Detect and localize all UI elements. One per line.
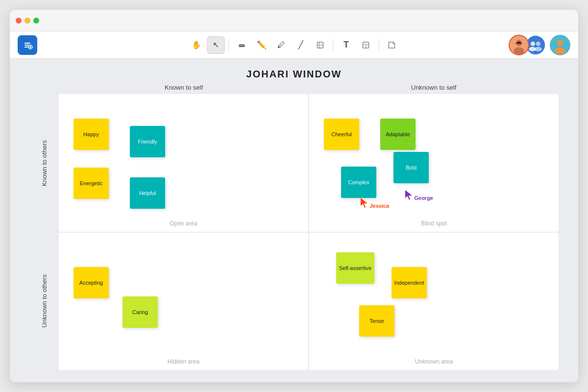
sticky-tense[interactable]: Tense [359,305,394,337]
johari-body: Known to others Unknown to others Happy … [29,94,559,370]
sticky-friendly[interactable]: Friendly [130,126,165,157]
pen-tool[interactable]: ✏️ [253,36,270,54]
row-labels: Known to others Unknown to others [29,94,59,370]
svg-point-19 [557,40,564,46]
svg-point-15 [536,41,540,46]
sticky-happy[interactable]: Happy [74,119,109,150]
quadrant-label-unknown: Unknown area [309,358,559,365]
avatar-george[interactable] [550,35,570,55]
row-label-unknown: Unknown to others [29,232,59,370]
svg-rect-3 [239,46,245,47]
user-avatars [509,35,570,55]
shape-tool[interactable] [312,36,329,54]
text-tool[interactable]: T [338,36,355,54]
app-logo [18,35,37,55]
svg-marker-22 [405,190,412,200]
select-tool[interactable]: ↖ [207,36,225,54]
sticky-accepting[interactable]: Accepting [74,267,109,298]
app-window: ✋ ↖ ✏️ 🖊 ╱ T [10,10,578,382]
toolbar: ✋ ↖ ✏️ 🖊 ╱ T [10,31,578,59]
sticky-cheerful[interactable]: Cheerful [324,119,359,150]
line-tool[interactable]: ╱ [292,36,310,54]
quadrant-hidden: Accepting Caring Hidden area [59,233,308,370]
logo-icon [22,39,33,51]
quadrant-unknown: Self-assertive Independent Tense Unknown… [309,233,559,370]
sticky-energetic[interactable]: Energetic [74,168,109,199]
sticky-self-assertive[interactable]: Self-assertive [336,252,374,284]
col-header-unknown: Unknown to self [309,84,559,91]
page-title: JOHARI WINDOW [29,69,559,80]
eraser-tool[interactable] [233,36,251,54]
minimize-button[interactable] [24,18,30,24]
sticky-caring[interactable]: Caring [122,296,158,328]
johari-grid: Happy Friendly Energetic Helpful Open ar… [59,94,559,370]
column-headers: Known to self Unknown to self [59,84,559,91]
close-button[interactable] [16,18,22,24]
svg-point-14 [531,41,535,46]
separator-3 [379,39,379,51]
traffic-lights [16,18,39,24]
separator-1 [229,39,229,51]
table-tool[interactable] [357,36,375,54]
col-header-known: Known to self [59,84,309,91]
svg-point-17 [535,47,541,51]
sticky-independent[interactable]: Independent [392,267,427,298]
svg-point-20 [555,47,565,54]
quadrant-open: Happy Friendly Energetic Helpful Open ar… [59,94,308,232]
sticky-complex[interactable]: Complex [341,167,376,198]
separator-2 [333,39,334,51]
cursor-jessica: Jessica [361,198,389,210]
titlebar [10,10,578,31]
sticky-helpful[interactable]: Helpful [130,177,165,209]
quadrant-label-open: Open area [59,220,308,227]
row-label-known: Known to others [29,94,59,232]
quadrant-blind: Cheerful Adaptable Complex Bold Jessica … [309,94,559,232]
avatar-jessica[interactable] [509,35,529,55]
cursor-george: George [405,190,433,202]
svg-marker-21 [361,198,368,208]
tool-group: ✋ ↖ ✏️ 🖊 ╱ T [188,36,401,54]
maximize-button[interactable] [33,18,39,24]
svg-point-12 [514,47,524,54]
hand-tool[interactable]: ✋ [188,36,205,54]
sticky-adaptable[interactable]: Adaptable [380,119,416,150]
quadrant-label-blind: Blind spot [309,220,559,227]
johari-container: Known to self Unknown to self Known to o… [29,84,559,370]
sticky-note-tool[interactable] [383,36,401,54]
sticky-bold[interactable]: Bold [393,152,429,183]
quadrant-label-hidden: Hidden area [59,358,308,365]
marker-tool[interactable]: 🖊 [272,36,290,54]
main-content: JOHARI WINDOW Known to self Unknown to s… [10,59,578,382]
